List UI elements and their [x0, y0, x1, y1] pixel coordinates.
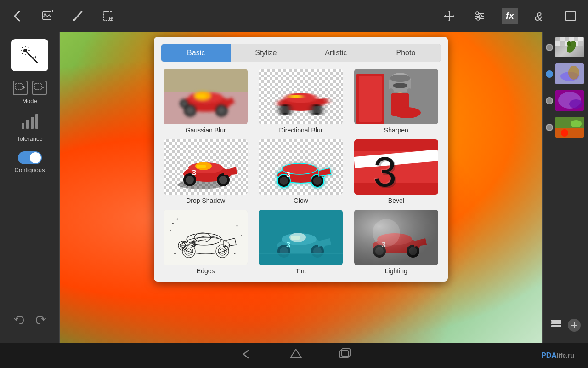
mode-section: Mode [0, 80, 59, 104]
fx-button[interactable]: fx [502, 8, 518, 24]
effect-thumb-bevel: 3 3 3 [354, 139, 438, 195]
mode-icons [13, 80, 47, 95]
svg-rect-149 [569, 37, 574, 41]
crop-button[interactable] [562, 8, 579, 24]
tab-stylize[interactable]: Stylize [231, 44, 301, 62]
selection-button[interactable] [100, 8, 117, 24]
effect-thumb-drop-shadow: 3 [164, 139, 248, 195]
android-back-button[interactable] [240, 348, 253, 363]
svg-rect-37 [26, 120, 29, 129]
svg-text:✦: ✦ [34, 55, 37, 60]
effect-thumb-glow: 3 [259, 139, 343, 195]
nav-icons [51, 348, 541, 363]
left-panel: ✦ Mode [0, 32, 60, 343]
svg-rect-39 [35, 114, 38, 129]
svg-point-114 [172, 223, 174, 224]
add-layer-button[interactable] [568, 319, 581, 332]
move-button[interactable] [441, 8, 458, 24]
svg-point-79 [219, 176, 227, 184]
layer-radio-2[interactable] [546, 70, 553, 78]
effect-glow[interactable]: 3 Glow [256, 139, 345, 204]
svg-rect-148 [565, 37, 569, 41]
undo-button[interactable] [13, 314, 25, 329]
contiguous-toggle[interactable] [18, 151, 42, 164]
svg-point-68 [388, 88, 394, 94]
layer-thumb-4 [555, 117, 584, 138]
layer-item-4[interactable] [546, 117, 585, 138]
android-home-button[interactable] [289, 348, 302, 363]
svg-point-46 [217, 106, 226, 115]
svg-rect-172 [551, 320, 561, 322]
toolbar-left [9, 8, 117, 24]
combine-button[interactable]: & [532, 8, 548, 24]
magic-wand-button[interactable]: ✦ [11, 39, 48, 71]
effect-thumb-gaussian-blur [164, 69, 248, 124]
svg-point-56 [282, 106, 289, 113]
effect-thumb-sharpen [354, 69, 438, 124]
svg-point-44 [186, 106, 194, 115]
svg-text:3: 3 [192, 169, 196, 177]
svg-point-65 [390, 75, 410, 82]
effect-gaussian-blur[interactable]: Gaussian Blur [161, 69, 250, 134]
svg-rect-36 [22, 123, 24, 129]
new-image-button[interactable] [40, 8, 56, 24]
svg-rect-177 [342, 349, 350, 356]
layer-radio-1[interactable] [546, 44, 553, 51]
brush-button[interactable] [70, 8, 86, 24]
svg-point-16 [476, 12, 479, 15]
layer-item-1[interactable] [546, 37, 585, 58]
effect-name-gaussian-blur: Gaussian Blur [186, 126, 226, 134]
tolerance-section: Tolerance [0, 114, 59, 142]
svg-rect-170 [551, 325, 561, 327]
effect-name-drop-shadow: Drop Shadow [186, 197, 225, 204]
adjustments-button[interactable] [471, 8, 488, 24]
tab-basic[interactable]: Basic [161, 44, 231, 62]
svg-rect-52 [164, 69, 248, 92]
add-selection-button[interactable] [13, 80, 28, 95]
effect-name-glow: Glow [294, 197, 308, 204]
svg-rect-81 [197, 165, 206, 168]
toolbar-right: fx & [441, 8, 579, 24]
effect-name-lighting: Lighting [385, 267, 407, 275]
svg-point-70 [393, 107, 421, 118]
layer-item-3[interactable] [546, 90, 585, 111]
layer-radio-3[interactable] [546, 97, 553, 104]
layer-radio-4[interactable] [546, 124, 553, 131]
svg-point-165 [569, 99, 583, 109]
effects-grid: Gaussian Blur [161, 69, 441, 275]
svg-line-28 [28, 47, 28, 48]
effect-lighting[interactable]: 3 Lighting [351, 210, 441, 275]
svg-rect-132 [259, 253, 343, 265]
layers-button[interactable] [550, 318, 562, 333]
effect-thumb-edges: 3 [164, 210, 248, 265]
android-recents-button[interactable] [339, 348, 352, 363]
effect-directional-blur[interactable]: Directional Blur [256, 69, 345, 134]
redo-button[interactable] [34, 314, 46, 329]
effect-drop-shadow[interactable]: 3 Drop Shadow [161, 139, 250, 204]
subtract-selection-button[interactable] [32, 80, 47, 95]
bottom-toolbar: PDAlife.ru [0, 343, 588, 368]
effect-sharpen[interactable]: Sharpen [351, 69, 441, 134]
contiguous-section: Contiguous [0, 151, 59, 173]
mode-label: Mode [22, 98, 37, 104]
effect-tint[interactable]: 3 Tint [256, 210, 345, 275]
right-panel [542, 32, 588, 343]
tab-photo[interactable]: Photo [371, 44, 441, 62]
svg-point-168 [561, 129, 568, 137]
main-area: ✦ Mode [0, 32, 588, 343]
svg-point-162 [568, 66, 579, 80]
effect-tabs: Basic Stylize Artistic Photo [161, 44, 441, 62]
svg-rect-171 [551, 322, 561, 324]
layer-item-2[interactable] [546, 63, 585, 84]
svg-text:3: 3 [286, 241, 290, 249]
effect-bevel[interactable]: 3 3 3 Bevel [351, 139, 441, 204]
layer-thumb-2 [555, 63, 584, 84]
svg-text:&: & [535, 10, 543, 23]
tab-artistic[interactable]: Artistic [301, 44, 371, 62]
back-button[interactable] [9, 8, 26, 24]
svg-rect-50 [196, 94, 206, 98]
effect-name-edges: Edges [197, 267, 215, 275]
svg-rect-151 [578, 37, 583, 41]
svg-point-159 [567, 41, 571, 46]
effect-edges[interactable]: 3 Edges [161, 210, 250, 275]
